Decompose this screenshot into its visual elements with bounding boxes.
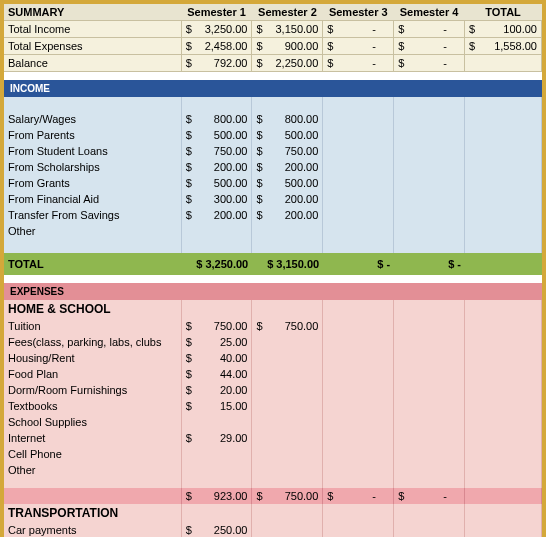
- cell[interactable]: [465, 223, 542, 239]
- cell[interactable]: [252, 366, 323, 382]
- cell[interactable]: [394, 159, 465, 175]
- cell[interactable]: [465, 382, 542, 398]
- cell[interactable]: [252, 462, 323, 478]
- cell[interactable]: $750.00: [252, 318, 323, 334]
- cell[interactable]: $200.00: [252, 159, 323, 175]
- cell[interactable]: $750.00: [252, 143, 323, 159]
- row-label[interactable]: Other: [4, 462, 181, 478]
- cell[interactable]: [323, 446, 394, 462]
- row-label[interactable]: Other: [4, 223, 181, 239]
- cell[interactable]: $250.00: [181, 522, 252, 538]
- cell[interactable]: $-: [323, 21, 394, 38]
- cell[interactable]: $-: [323, 38, 394, 55]
- cell[interactable]: [394, 143, 465, 159]
- cell[interactable]: $200.00: [252, 191, 323, 207]
- row-label[interactable]: Textbooks: [4, 398, 181, 414]
- cell[interactable]: [252, 430, 323, 446]
- cell[interactable]: [465, 414, 542, 430]
- cell[interactable]: $3,250.00: [181, 21, 252, 38]
- cell[interactable]: [252, 446, 323, 462]
- cell[interactable]: [465, 143, 542, 159]
- cell[interactable]: [394, 127, 465, 143]
- cell[interactable]: $20.00: [181, 382, 252, 398]
- cell[interactable]: [465, 159, 542, 175]
- cell[interactable]: [323, 207, 394, 223]
- cell[interactable]: $750.00: [181, 318, 252, 334]
- cell[interactable]: [323, 223, 394, 239]
- cell[interactable]: [465, 366, 542, 382]
- row-label[interactable]: School Supplies: [4, 414, 181, 430]
- cell[interactable]: [394, 414, 465, 430]
- cell[interactable]: $100.00: [465, 21, 542, 38]
- cell[interactable]: [465, 207, 542, 223]
- cell[interactable]: $200.00: [181, 207, 252, 223]
- cell[interactable]: [394, 334, 465, 350]
- cell[interactable]: $200.00: [181, 159, 252, 175]
- cell[interactable]: [394, 430, 465, 446]
- cell[interactable]: [465, 446, 542, 462]
- cell[interactable]: $800.00: [181, 111, 252, 127]
- cell[interactable]: [394, 382, 465, 398]
- cell[interactable]: [323, 350, 394, 366]
- cell[interactable]: [465, 430, 542, 446]
- cell[interactable]: [252, 223, 323, 239]
- cell[interactable]: [181, 446, 252, 462]
- cell[interactable]: [465, 334, 542, 350]
- cell[interactable]: [394, 350, 465, 366]
- row-label[interactable]: Dorm/Room Furnishings: [4, 382, 181, 398]
- cell[interactable]: $-: [394, 55, 465, 72]
- row-label[interactable]: Car payments: [4, 522, 181, 538]
- cell[interactable]: $44.00: [181, 366, 252, 382]
- cell[interactable]: [465, 350, 542, 366]
- cell[interactable]: [323, 159, 394, 175]
- cell[interactable]: [181, 223, 252, 239]
- cell[interactable]: [252, 334, 323, 350]
- row-label[interactable]: Salary/Wages: [4, 111, 181, 127]
- row-label[interactable]: Cell Phone: [4, 446, 181, 462]
- cell[interactable]: [394, 446, 465, 462]
- cell[interactable]: $2,250.00: [252, 55, 323, 72]
- cell[interactable]: [323, 175, 394, 191]
- cell[interactable]: $1,558.00: [465, 38, 542, 55]
- cell[interactable]: [394, 223, 465, 239]
- cell[interactable]: $500.00: [252, 175, 323, 191]
- row-label[interactable]: From Scholarships: [4, 159, 181, 175]
- cell[interactable]: [394, 207, 465, 223]
- cell[interactable]: [252, 350, 323, 366]
- cell[interactable]: [394, 191, 465, 207]
- cell[interactable]: $2,458.00: [181, 38, 252, 55]
- cell[interactable]: [323, 143, 394, 159]
- cell[interactable]: [252, 398, 323, 414]
- cell[interactable]: $792.00: [181, 55, 252, 72]
- row-label[interactable]: Housing/Rent: [4, 350, 181, 366]
- cell[interactable]: $750.00: [181, 143, 252, 159]
- row-label[interactable]: Balance: [4, 55, 181, 72]
- cell[interactable]: [252, 414, 323, 430]
- cell[interactable]: $300.00: [181, 191, 252, 207]
- cell[interactable]: [323, 462, 394, 478]
- cell[interactable]: [394, 522, 465, 538]
- row-label[interactable]: From Student Loans: [4, 143, 181, 159]
- cell[interactable]: $200.00: [252, 207, 323, 223]
- cell[interactable]: [323, 382, 394, 398]
- cell[interactable]: $-: [394, 38, 465, 55]
- cell[interactable]: [465, 55, 542, 72]
- cell[interactable]: [465, 175, 542, 191]
- cell[interactable]: [323, 430, 394, 446]
- row-label[interactable]: From Grants: [4, 175, 181, 191]
- row-label[interactable]: Tuition: [4, 318, 181, 334]
- cell[interactable]: $-: [323, 55, 394, 72]
- cell[interactable]: [394, 111, 465, 127]
- row-label[interactable]: Transfer From Savings: [4, 207, 181, 223]
- cell[interactable]: $500.00: [181, 175, 252, 191]
- cell[interactable]: $-: [394, 21, 465, 38]
- cell[interactable]: [181, 462, 252, 478]
- row-label[interactable]: From Parents: [4, 127, 181, 143]
- cell[interactable]: $40.00: [181, 350, 252, 366]
- cell[interactable]: [465, 127, 542, 143]
- cell[interactable]: [394, 398, 465, 414]
- cell[interactable]: [465, 111, 542, 127]
- cell[interactable]: [394, 462, 465, 478]
- row-label[interactable]: Internet: [4, 430, 181, 446]
- cell[interactable]: [323, 191, 394, 207]
